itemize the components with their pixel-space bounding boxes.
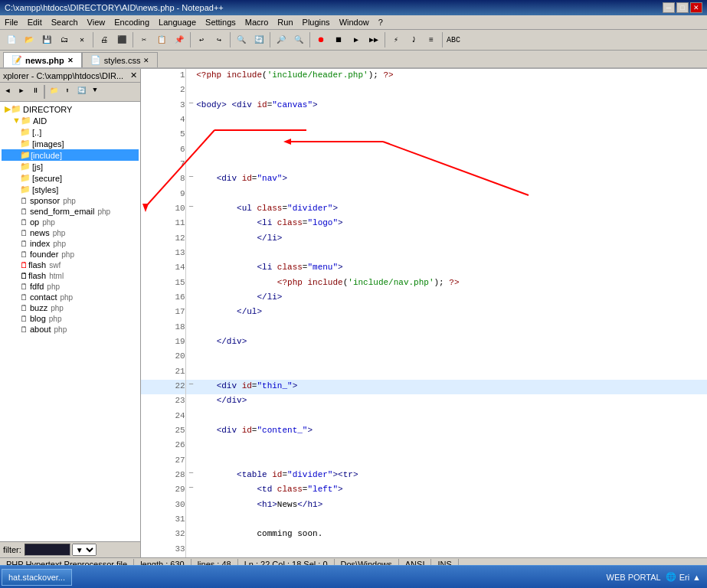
code-content-18[interactable] [196,321,706,335]
exp-sync-btn[interactable]: 🔄 [74,83,88,97]
collapse-indicator-28[interactable]: − [185,469,196,483]
code-content-5[interactable] [196,128,706,142]
code-content-28[interactable]: <table id="divider"><tr> [196,469,706,483]
code-area[interactable]: 1<?php include('include/header.php'); ?>… [141,69,707,557]
copy-btn[interactable]: 📋 [153,31,170,48]
record-btn[interactable]: ⏺ [313,31,329,48]
print-btn[interactable]: 🖨 [96,31,113,48]
play-btn[interactable]: ▶ [348,31,365,48]
tree-fdfd[interactable]: 🗒 fdfd php [2,281,139,292]
menu-search[interactable]: Search [47,16,83,28]
taskbar-user[interactable]: Eri [679,573,689,582]
undo-btn[interactable]: ↩ [193,31,210,48]
collapse-indicator-8[interactable]: − [185,172,196,187]
play-all-btn[interactable]: ▶▶ [365,31,382,48]
save-all-btn[interactable]: 🗂 [56,31,73,48]
tab-styles-css[interactable]: 📄 styles.css ✕ [82,52,159,67]
tree-sponsor[interactable]: 🗒 sponsor php [2,195,139,206]
code-content-31[interactable] [196,513,706,528]
minimize-button[interactable]: ─ [663,2,675,13]
code-content-8[interactable]: <div id="nav"> [196,172,706,187]
code-content-33[interactable] [196,543,706,558]
tree-include[interactable]: 📁 [include] [2,149,139,161]
filter-input[interactable] [25,544,70,556]
new-btn[interactable]: 📄 [3,31,20,48]
tree-dotdot[interactable]: 📁 [..] [2,126,139,138]
tree-js[interactable]: 📁 [js] [2,161,139,172]
tree-founder[interactable]: 🗒 founder php [2,249,139,260]
code-content-3[interactable]: <body> <div id="canvas"> [196,99,706,113]
code-content-27[interactable] [196,454,706,469]
tree-index[interactable]: 🗒 index php [2,238,139,249]
explorer-close-icon[interactable]: ✕ [130,70,137,80]
code-content-30[interactable]: <h1>News</h1> [196,498,706,513]
cut-btn[interactable]: ✂ [136,31,152,48]
exp-more-btn[interactable]: ▼ [88,83,102,97]
menu-window[interactable]: Window [335,16,374,28]
code-content-6[interactable] [196,143,706,158]
code-content-26[interactable] [196,439,706,453]
code-content-11[interactable]: <li class="logo"> [196,217,706,231]
code-content-21[interactable] [196,365,706,380]
menu-encoding[interactable]: Encoding [110,16,154,28]
code-content-4[interactable] [196,113,706,128]
menu-plugins[interactable]: Plugins [298,16,335,28]
code-content-20[interactable] [196,350,706,364]
taskbar-expand-icon[interactable]: ▲ [692,573,701,582]
spell-btn[interactable]: ABC [445,31,462,48]
menu-view[interactable]: View [83,16,110,28]
code-content-10[interactable]: <ul class="divider"> [196,202,706,217]
code-content-23[interactable]: </div> [196,394,706,409]
open-btn[interactable]: 📂 [21,31,38,48]
close-button[interactable]: ✕ [690,2,702,13]
tree-images[interactable]: 📁 [images] [2,138,139,149]
tree-news[interactable]: 🗒 news php [2,227,139,238]
code-content-17[interactable]: </ul> [196,305,706,320]
exp-new-folder-btn[interactable]: 📁 [47,83,61,97]
tree-root[interactable]: ▶📁 DIRECTORY [2,103,139,115]
find-replace-btn[interactable]: 🔄 [250,31,267,48]
menu-run[interactable]: Run [273,16,297,28]
menu-settings[interactable]: Settings [201,16,241,28]
tree-aid[interactable]: ▼📁 AID [2,115,139,126]
code-content-24[interactable] [196,410,706,424]
tree-about[interactable]: 🗒 about php [2,324,139,335]
taskbar-stackover-btn[interactable]: hat.stackover... [2,569,72,586]
exp-pause-btn[interactable]: ⏸ [28,83,42,97]
code-content-19[interactable]: </div> [196,335,706,350]
exp-prev-btn[interactable]: ◀ [1,83,15,97]
filter-select[interactable]: ▼ [72,544,97,556]
tab-news-php[interactable]: 📝 news.php ✕ [3,52,82,67]
exp-next-btn[interactable]: ▶ [15,83,28,97]
code-content-1[interactable]: <?php include('include/header.php'); ?> [196,69,706,83]
tree-flash-swf[interactable]: 🗒 flash swf [2,260,139,270]
code-content-13[interactable] [196,247,706,261]
tab-news-php-close[interactable]: ✕ [67,57,74,64]
menu-help[interactable]: ? [374,16,388,28]
menu-macro[interactable]: Macro [241,16,273,28]
tree-send-form-email[interactable]: 🗒 send_form_email php [2,206,139,217]
code-content-12[interactable]: </li> [196,232,706,247]
stop-btn[interactable]: ⏹ [330,31,347,48]
tree-secure[interactable]: 📁 [secure] [2,172,139,184]
menu-file[interactable]: File [0,16,23,28]
word-wrap-btn[interactable]: ⤸ [405,31,422,48]
tab-styles-css-close[interactable]: ✕ [143,57,149,64]
tree-styles[interactable]: 📁 [styles] [2,184,139,195]
tree-flash-html[interactable]: 🗒 flash html [2,270,139,281]
collapse-indicator-29[interactable]: − [185,483,196,498]
code-content-15[interactable]: <?php include('include/nav.php'); ?> [196,276,706,291]
code-content-32[interactable]: comming soon. [196,528,706,542]
find-btn[interactable]: 🔍 [233,31,250,48]
code-content-16[interactable]: </li> [196,291,706,305]
tree-contact[interactable]: 🗒 contact php [2,292,139,302]
exp-up-btn[interactable]: ⬆ [61,83,74,97]
collapse-indicator-3[interactable]: − [185,99,196,113]
zoom-out-btn[interactable]: 🔍 [290,31,307,48]
tree-buzz[interactable]: 🗒 buzz php [2,302,139,313]
paste-btn[interactable]: 📌 [171,31,188,48]
indent-btn[interactable]: ≡ [423,31,440,48]
sync-btn[interactable]: ⚡ [388,31,404,48]
taskbar-webportal[interactable]: WEB PORTAL [607,573,661,582]
code-content-2[interactable] [196,83,706,98]
